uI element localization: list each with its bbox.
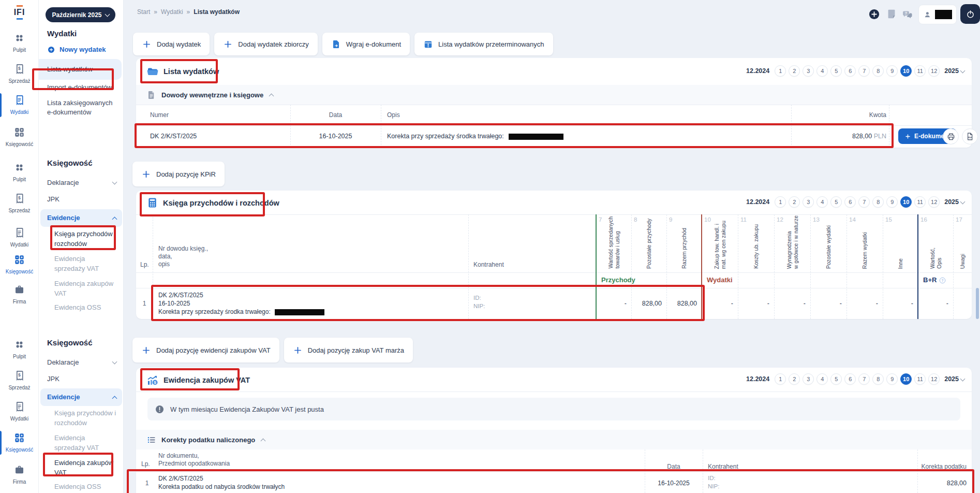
breadcrumb-start[interactable]: Start: [137, 8, 150, 16]
rail-item-pulpit[interactable]: Pulpit: [0, 162, 39, 182]
section-dowody-wewnetrzne[interactable]: Dowody wewnętrzne i księgowe: [136, 85, 972, 105]
page-button[interactable]: 4: [816, 373, 828, 385]
help-circle-icon[interactable]: [939, 277, 946, 284]
page-button[interactable]: 1: [775, 373, 786, 385]
page-button[interactable]: 3: [803, 373, 814, 385]
menu-item-kpir[interactable]: Księga przychodów i rozchodów: [54, 229, 117, 249]
menu-item-jpk[interactable]: JPK: [47, 195, 60, 204]
page-button[interactable]: 7: [858, 196, 870, 208]
user-avatar[interactable]: [918, 5, 957, 24]
page-button[interactable]: 6: [844, 196, 856, 208]
menu-item-ewidencja-oss[interactable]: Ewidencja OSS: [54, 302, 117, 312]
page-button[interactable]: 12: [928, 373, 940, 385]
rail-item-wydatki[interactable]: Wydatki: [0, 94, 39, 115]
rail-item-firma[interactable]: Firma: [0, 464, 39, 485]
page-button[interactable]: 12: [928, 196, 940, 208]
rail-item-ksiegowosc[interactable]: Księgowość: [0, 126, 39, 147]
page-button[interactable]: 1: [775, 196, 786, 208]
rail-item-ksiegowosc[interactable]: Księgowość: [0, 432, 39, 453]
rail-item-wydatki[interactable]: Wydatki: [0, 401, 39, 422]
page-button[interactable]: 2: [789, 373, 800, 385]
page-button[interactable]: 7: [858, 373, 870, 385]
page-button[interactable]: 7: [858, 65, 870, 77]
rail-item-pulpit[interactable]: Pulpit: [0, 32, 39, 53]
pagination-year[interactable]: 2025: [944, 375, 959, 383]
menu-item-lista-wydatkow[interactable]: Lista wydatków: [47, 65, 93, 74]
page-button[interactable]: 9: [886, 65, 898, 77]
scrollbar-thumb[interactable]: [976, 288, 979, 319]
kpir-col-15: 15 Inne: [883, 214, 918, 272]
page-button[interactable]: 3: [803, 65, 814, 77]
month-picker-button[interactable]: Październik 2025: [46, 7, 115, 22]
menu-item-deklaracje[interactable]: Deklaracje: [47, 178, 79, 187]
page-button[interactable]: 11: [914, 65, 926, 77]
add-vat-margin-entry-button[interactable]: Dodaj pozycję zakup VAT marża: [284, 338, 413, 363]
page-button[interactable]: 8: [872, 196, 884, 208]
rail-item-sprzedaz[interactable]: Sprzedaż: [0, 370, 39, 390]
page-button[interactable]: 6: [844, 373, 856, 385]
rail-item-wydatki[interactable]: Wydatki: [0, 227, 39, 248]
breadcrumb-wydatki[interactable]: Wydatki: [161, 8, 183, 16]
page-button[interactable]: 10: [900, 196, 912, 208]
page-button[interactable]: 2: [789, 196, 800, 208]
page-button[interactable]: 8: [872, 65, 884, 77]
page-button[interactable]: 10: [900, 65, 912, 77]
menu-item-jpk[interactable]: JPK: [47, 374, 60, 384]
vat-row-doc[interactable]: DK 2/K/ST/2025 Korekta podatku od nabyci…: [158, 474, 285, 491]
page-button[interactable]: 9: [886, 373, 898, 385]
page-button[interactable]: 10: [900, 373, 912, 385]
kpir-row-doc[interactable]: DK 2/K/ST/2025 16-10-2025 Korekta przy s…: [158, 291, 324, 316]
add-bulk-expense-button[interactable]: Dodaj wydatek zbiorczy: [214, 33, 318, 55]
page-button[interactable]: 8: [872, 373, 884, 385]
page-button[interactable]: 11: [914, 196, 926, 208]
menu-item-kpir[interactable]: Księga przychodów i rozchodów: [54, 408, 117, 428]
add-expense-button[interactable]: Dodaj wydatek: [133, 33, 210, 55]
print-button[interactable]: [943, 128, 959, 144]
menu-item-lista-zaksiegowanych[interactable]: Lista zaksięgowanych e-dokumentów: [47, 98, 118, 117]
support-chat-icon[interactable]: [901, 8, 913, 21]
pagination-year[interactable]: 2025: [944, 198, 959, 206]
page-button[interactable]: 12: [928, 65, 940, 77]
page-button[interactable]: 3: [803, 196, 814, 208]
add-circle-icon[interactable]: [868, 8, 880, 20]
logout-button[interactable]: [960, 4, 980, 24]
rail-item-firma[interactable]: Firma: [0, 284, 39, 304]
menu-item-ewidencja-oss[interactable]: Ewidencja OSS: [54, 482, 117, 491]
page-button[interactable]: 5: [830, 196, 842, 208]
add-kpir-entry-button[interactable]: Dodaj pozycję KPiR: [132, 162, 225, 186]
menu-item-ewidencja-zakupow-vat[interactable]: Ewidencja zakupów VAT: [54, 458, 117, 477]
menu-item-ewidencja-sprzedazy-vat[interactable]: Ewidencja sprzedaży VAT: [54, 433, 117, 453]
page-button[interactable]: 1: [775, 65, 786, 77]
page-button[interactable]: 11: [914, 373, 926, 385]
add-vat-purchase-entry-button[interactable]: Dodaj pozycję ewidencji zakupów VAT: [132, 338, 279, 363]
page-button[interactable]: 2: [789, 65, 800, 77]
page-button[interactable]: 4: [816, 196, 828, 208]
menu-item-import-edokumentow[interactable]: Import e-dokumentów: [47, 83, 112, 92]
menu-item-ewidencje[interactable]: Ewidencje: [47, 393, 80, 402]
overdue-expenses-button[interactable]: Lista wydatków przeterminowanych: [414, 33, 553, 55]
rail-item-ksiegowosc[interactable]: Księgowość: [0, 254, 39, 274]
page-button[interactable]: 5: [830, 65, 842, 77]
expense-row-number[interactable]: DK 2/K/ST/2025: [150, 125, 197, 148]
redacted-text: [275, 309, 324, 315]
menu-item-deklaracje[interactable]: Deklaracje: [47, 358, 79, 367]
menu-item-ewidencja-sprzedazy-vat[interactable]: Ewidencja sprzedaży VAT: [54, 254, 117, 273]
page-button[interactable]: 5: [830, 373, 842, 385]
chevron-down-icon: [960, 68, 966, 73]
upload-edocument-button[interactable]: Wgraj e-dokument: [322, 33, 410, 55]
rail-item-sprzedaz[interactable]: Sprzedaż: [0, 193, 39, 213]
page-button[interactable]: 9: [886, 196, 898, 208]
section-korekty-podatku[interactable]: Korekty podatku naliczonego: [136, 430, 972, 450]
notes-icon[interactable]: [886, 8, 897, 20]
pdf-export-button[interactable]: [962, 128, 978, 144]
plus-icon: [142, 39, 152, 49]
pagination-year[interactable]: 2025: [944, 67, 959, 75]
vat-card-header: Ewidencja zakupów VAT: [146, 374, 250, 386]
rail-item-sprzedaz[interactable]: Sprzedaż: [0, 63, 39, 84]
rail-item-pulpit[interactable]: Pulpit: [0, 339, 39, 359]
page-button[interactable]: 6: [844, 65, 856, 77]
page-button[interactable]: 4: [816, 65, 828, 77]
menu-item-ewidencje[interactable]: Ewidencje: [47, 213, 80, 223]
menu-item-nowy-wydatek[interactable]: Nowy wydatek: [47, 45, 106, 54]
menu-item-ewidencja-zakupow-vat[interactable]: Ewidencja zakupów VAT: [54, 279, 117, 298]
